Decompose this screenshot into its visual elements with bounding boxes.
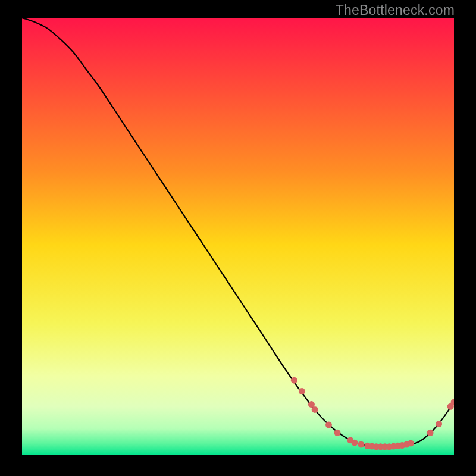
data-marker (299, 388, 305, 394)
data-marker (352, 440, 358, 446)
data-marker (408, 440, 414, 446)
data-marker (427, 430, 434, 436)
data-marker (334, 430, 340, 436)
attribution-text: TheBottleneck.com (336, 2, 455, 18)
data-marker (291, 377, 298, 384)
data-marker (312, 406, 318, 413)
data-marker (358, 441, 364, 448)
bottleneck-chart (22, 18, 454, 455)
data-marker (436, 421, 442, 427)
gradient-background (22, 18, 454, 455)
chart-stage: TheBottleneck.com (0, 0, 476, 476)
data-marker (325, 422, 332, 428)
